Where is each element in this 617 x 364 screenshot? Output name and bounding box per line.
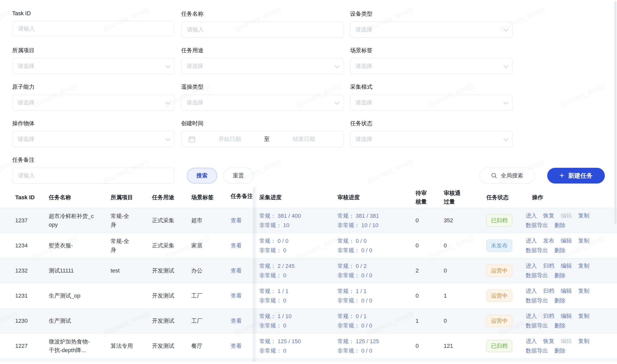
action-link[interactable]: 编辑 — [561, 236, 572, 246]
action-link[interactable]: 进入 — [526, 311, 537, 321]
action-link[interactable]: 恢复 — [543, 336, 554, 346]
scene-cell: 工厂 — [191, 292, 231, 300]
filter-row-4: 操作物体 请选择 创建时间 — [12, 120, 605, 147]
view-remark-link[interactable]: 查看 — [231, 267, 242, 274]
review-progress-cell: 常规： 0 / 0非常规： 0 / 0 — [331, 236, 409, 255]
collect-mode-select[interactable]: 请选择 — [350, 95, 512, 111]
pending-count-cell: 1 — [409, 317, 437, 325]
action-link[interactable]: 归档 — [543, 311, 554, 321]
action-link[interactable]: 进入 — [526, 286, 537, 296]
action-link[interactable]: 进入 — [526, 336, 537, 346]
action-link[interactable]: 复制 — [578, 336, 589, 346]
task-name-cell: 熨烫衣服- — [49, 241, 111, 250]
action-link[interactable]: 复制 — [578, 311, 589, 321]
action-link[interactable]: 进入 — [526, 211, 537, 221]
task-name-input[interactable] — [181, 22, 344, 38]
task-id-input[interactable] — [12, 21, 175, 37]
actions-cell: 进入发布编辑复制数据导出删除 — [526, 234, 617, 257]
pending-count-cell: 0 — [409, 342, 437, 350]
field-atomic-ability: 原子能力 请选择 — [12, 83, 175, 111]
task-id-cell: 1231 — [15, 292, 49, 300]
reset-button[interactable]: 重置 — [223, 168, 253, 184]
operate-object-select[interactable]: 请选择 — [12, 131, 175, 147]
action-link[interactable]: 编辑 — [561, 286, 572, 296]
calendar-icon — [188, 136, 195, 143]
action-link[interactable]: 复制 — [578, 286, 589, 296]
field-label: 所属项目 — [12, 47, 175, 54]
chevron-down-icon — [165, 100, 170, 105]
create-time-range-picker[interactable]: 开始日期 至 结束日期 — [181, 131, 344, 147]
scene-tag-select[interactable]: 请选择 — [350, 58, 512, 74]
task-name-input-box[interactable] — [186, 26, 338, 33]
view-remark-link[interactable]: 查看 — [231, 293, 242, 299]
action-link[interactable]: 进入 — [526, 261, 537, 271]
task-name-cell: 超市冷鲜柜补货_copy — [49, 212, 111, 229]
action-link[interactable]: 恢复 — [543, 211, 554, 221]
atomic-ability-select[interactable]: 请选择 — [12, 95, 175, 111]
action-link[interactable]: 归档 — [543, 286, 554, 296]
teleop-type-select[interactable]: 请选择 — [181, 95, 344, 111]
device-type-select[interactable]: 请选择 — [350, 22, 512, 38]
task-status-select[interactable]: 请选择 — [350, 131, 512, 147]
select-placeholder: 请选择 — [355, 135, 372, 143]
view-remark-link[interactable]: 查看 — [231, 242, 242, 249]
scene-cell: 办公 — [191, 266, 231, 275]
action-link[interactable]: 删除 — [554, 321, 565, 331]
status-badge: 已归档 — [486, 340, 512, 352]
action-link[interactable]: 发布 — [543, 236, 554, 246]
action-link[interactable]: 复制 — [578, 236, 589, 246]
action-link[interactable]: 删除 — [554, 296, 565, 305]
action-link[interactable]: 删除 — [554, 246, 565, 255]
col-header-pending-count: 待审核量 — [409, 189, 437, 206]
action-link[interactable]: 复制 — [578, 211, 589, 221]
start-date-placeholder[interactable]: 开始日期 — [195, 135, 264, 143]
global-search-button[interactable]: 全局搜索 — [479, 168, 535, 184]
action-link[interactable]: 数据导出 — [526, 271, 548, 280]
approved-count-cell: 0 — [437, 266, 480, 275]
status-badge: 未发布 — [486, 240, 512, 252]
view-remark-link[interactable]: 查看 — [231, 217, 242, 224]
project-cell: 常规-全身 — [111, 237, 152, 254]
action-link: 编辑 — [561, 336, 572, 346]
search-button[interactable]: 搜索 — [187, 168, 217, 184]
action-link[interactable]: 复制 — [578, 261, 589, 271]
remark-cell: 查看 — [231, 342, 253, 350]
task-id-input-box[interactable] — [18, 25, 169, 32]
col-header-approved-count: 审核通过量 — [437, 189, 480, 206]
action-link[interactable]: 数据导出 — [526, 296, 548, 305]
action-link[interactable]: 数据导出 — [526, 221, 548, 230]
action-link[interactable]: 删除 — [554, 271, 565, 280]
action-link[interactable]: 删除 — [554, 221, 565, 230]
action-link[interactable]: 编辑 — [561, 261, 572, 271]
action-link[interactable]: 归档 — [543, 261, 554, 271]
field-label: 任务用途 — [181, 47, 344, 54]
action-link[interactable]: 编辑 — [561, 311, 572, 321]
task-remark-input[interactable] — [12, 168, 175, 184]
task-remark-input-box[interactable] — [18, 172, 169, 179]
project-cell: test — [111, 266, 152, 275]
create-task-label: 新建任务 — [568, 172, 593, 180]
create-task-button[interactable]: + 新建任务 — [547, 168, 605, 184]
select-placeholder: 请选择 — [355, 99, 372, 106]
approved-count-cell: 352 — [437, 216, 480, 225]
view-remark-link[interactable]: 查看 — [231, 318, 242, 324]
view-remark-link[interactable]: 查看 — [231, 343, 242, 349]
end-date-placeholder[interactable]: 结束日期 — [270, 135, 338, 143]
action-link[interactable]: 数据导出 — [526, 246, 548, 255]
project-cell — [111, 292, 152, 300]
purpose-select[interactable]: 请选择 — [181, 58, 344, 74]
select-placeholder: 请选择 — [355, 62, 372, 70]
chevron-down-icon — [165, 63, 170, 68]
action-link[interactable]: 数据导出 — [526, 321, 548, 331]
project-select[interactable]: 请选择 — [12, 58, 175, 74]
filter-row-5: 任务备注 搜索 重置 全局搜索 + — [12, 156, 605, 184]
action-link[interactable]: 进入 — [526, 236, 537, 246]
filter-row-3: 原子能力 请选择 遥操类型 请选择 采集模式 请选择 — [12, 83, 605, 111]
page-scrollbar[interactable] — [614, 1, 616, 224]
field-label: Task ID — [12, 10, 175, 17]
action-link[interactable]: 数据导出 — [526, 346, 548, 356]
pending-count-cell: 0 — [409, 241, 437, 250]
action-link[interactable]: 删除 — [554, 346, 565, 356]
review-progress-cell: 常规： 1 / 1非常规： 0 / 0 — [331, 286, 409, 305]
field-task-remark: 任务备注 — [12, 156, 175, 184]
